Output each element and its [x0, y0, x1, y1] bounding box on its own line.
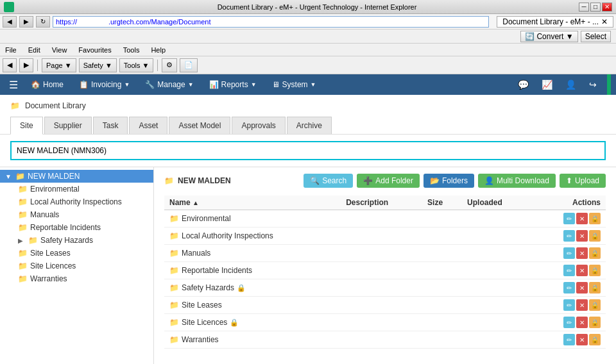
back-button[interactable]: ◀ [3, 16, 17, 28]
cell-size [422, 314, 462, 331]
folders-button[interactable]: 📂 Folders [424, 174, 474, 188]
nav-logout-icon[interactable]: ↪ [584, 74, 602, 95]
sidebar-root-item[interactable]: ▼ 📁 NEW MALDEN [0, 170, 153, 183]
delete-button[interactable]: ✕ [576, 317, 588, 328]
sidebar-item-site-licences[interactable]: 📁 Site Licences [0, 260, 153, 272]
cell-uploaded [462, 279, 532, 297]
address-input[interactable] [53, 16, 489, 28]
menu-edit[interactable]: Edit [26, 46, 43, 54]
nav-user-icon[interactable]: 👤 [560, 74, 581, 95]
toolbar-tools[interactable]: Tools ▼ [119, 58, 154, 72]
lock-button[interactable]: 🔒 [589, 282, 601, 294]
invoicing-label: Invoicing [91, 80, 121, 89]
lock-button[interactable]: 🔒 [589, 265, 601, 276]
minimize-button[interactable]: ─ [579, 3, 589, 12]
edit-button[interactable]: ✏ [563, 282, 575, 294]
tab-site[interactable]: Site [10, 117, 43, 135]
convert-button[interactable]: 🔄 Convert ▼ [520, 31, 578, 42]
search-box-area [0, 135, 616, 167]
edit-button[interactable]: ✏ [563, 265, 575, 276]
row-folder-icon: 📁 [169, 231, 179, 240]
nav-chat-icon[interactable]: 💬 [513, 74, 534, 95]
edit-button[interactable]: ✏ [563, 334, 575, 345]
multi-download-button[interactable]: 👤 Multi Download [478, 174, 556, 188]
menu-view[interactable]: View [49, 46, 70, 54]
root-folder-icon: 📁 [15, 172, 25, 181]
cell-uploaded [462, 314, 532, 331]
nav-invoicing[interactable]: 📋 Invoicing ▼ [73, 74, 136, 95]
folders-icon: 📂 [430, 176, 440, 185]
edit-button[interactable]: ✏ [563, 247, 575, 259]
lock-button[interactable]: 🔒 [589, 247, 601, 259]
toolbar-back[interactable]: ◀ [3, 58, 17, 72]
delete-button[interactable]: ✕ [576, 299, 588, 311]
reports-caret: ▼ [251, 81, 257, 88]
select-button[interactable]: Select [581, 31, 611, 42]
sidebar-label-warranties: Warranties [30, 274, 67, 283]
sidebar-item-safety-hazards[interactable]: ▶ 📁 Safety Hazards [0, 234, 153, 247]
cell-size [422, 262, 462, 279]
delete-button[interactable]: ✕ [576, 230, 588, 242]
tab-approvals[interactable]: Approvals [232, 117, 285, 134]
delete-button[interactable]: ✕ [576, 282, 588, 294]
sidebar-item-manuals[interactable]: 📁 Manuals [0, 208, 153, 221]
menu-favourites[interactable]: Favourites [76, 46, 114, 54]
tab-asset-model[interactable]: Asset Model [169, 117, 230, 134]
cell-size [422, 210, 462, 228]
hamburger-icon[interactable]: ☰ [5, 79, 22, 91]
refresh-button[interactable]: ↻ [36, 16, 50, 28]
nav-reports[interactable]: 📊 Reports ▼ [203, 74, 263, 95]
add-folder-button[interactable]: ➕ Add Folder [357, 174, 420, 188]
lock-button[interactable]: 🔒 [589, 213, 601, 224]
tab-task[interactable]: Task [93, 117, 128, 134]
sidebar-item-reportable[interactable]: 📁 Reportable Incidents [0, 221, 153, 234]
toolbar-extra1[interactable]: ⚙ [162, 58, 177, 72]
forward-button[interactable]: ▶ [19, 16, 33, 28]
toolbar-page[interactable]: Page ▼ [42, 58, 76, 72]
sidebar-label-manuals: Manuals [30, 210, 59, 219]
menu-help[interactable]: Help [148, 46, 168, 54]
edit-button[interactable]: ✏ [563, 299, 575, 311]
toolbar-forward[interactable]: ▶ [19, 58, 33, 72]
menu-file[interactable]: File [3, 46, 19, 54]
nav-system[interactable]: 🖥 System ▼ [266, 74, 323, 95]
upload-button[interactable]: ⬆ Upload [560, 174, 606, 188]
sidebar-item-environmental[interactable]: 📁 Environmental [0, 183, 153, 195]
folder-icon-manuals: 📁 [18, 210, 28, 219]
lock-button[interactable]: 🔒 [589, 317, 601, 328]
menu-tools[interactable]: Tools [121, 46, 142, 54]
sidebar-item-warranties[interactable]: 📁 Warranties [0, 272, 153, 285]
edit-button[interactable]: ✏ [563, 317, 575, 328]
tab-archive[interactable]: Archive [287, 117, 332, 134]
nav-manage[interactable]: 🔧 Manage ▼ [139, 74, 200, 95]
tab-label: Document Library - eM+ - ... [502, 17, 599, 26]
page-title: Document Library [25, 101, 86, 110]
delete-button[interactable]: ✕ [576, 265, 588, 276]
restore-button[interactable]: □ [590, 3, 601, 12]
table-header-row: Name ▲ Description Size Uploaded Actions [164, 195, 606, 210]
delete-button[interactable]: ✕ [576, 247, 588, 259]
edit-button[interactable]: ✏ [563, 230, 575, 242]
lock-button[interactable]: 🔒 [589, 230, 601, 242]
nav-home[interactable]: 🏠 Home [24, 74, 70, 95]
lock-button[interactable]: 🔒 [589, 334, 601, 345]
lock-button[interactable]: 🔒 [589, 299, 601, 311]
edit-button[interactable]: ✏ [563, 213, 575, 224]
site-search-input[interactable] [10, 141, 606, 160]
sidebar-item-local-authority[interactable]: 📁 Local Authority Inspections [0, 195, 153, 208]
nav-chart-icon[interactable]: 📈 [536, 74, 558, 95]
cell-actions: ✏ ✕ 🔒 [532, 297, 606, 314]
delete-button[interactable]: ✕ [576, 213, 588, 224]
toolbar-extra2[interactable]: 📄 [180, 58, 198, 72]
toolbar-safety[interactable]: Safety ▼ [79, 58, 117, 72]
tab-close-icon[interactable]: ✕ [601, 17, 608, 26]
tab-supplier[interactable]: Supplier [44, 117, 92, 134]
table-row: 📁 Local Authority Inspections ✏ ✕ 🔒 [164, 228, 606, 245]
search-button[interactable]: 🔍 Search [304, 174, 353, 188]
sidebar-item-site-leases[interactable]: 📁 Site Leases [0, 247, 153, 260]
browser-tab[interactable]: Document Library - eM+ - ... ✕ [497, 16, 613, 28]
tab-asset[interactable]: Asset [129, 117, 167, 134]
close-button[interactable]: ✕ [602, 3, 612, 12]
main-content: ▼ 📁 NEW MALDEN 📁 Environmental 📁 Local A… [0, 167, 616, 364]
delete-button[interactable]: ✕ [576, 334, 588, 345]
